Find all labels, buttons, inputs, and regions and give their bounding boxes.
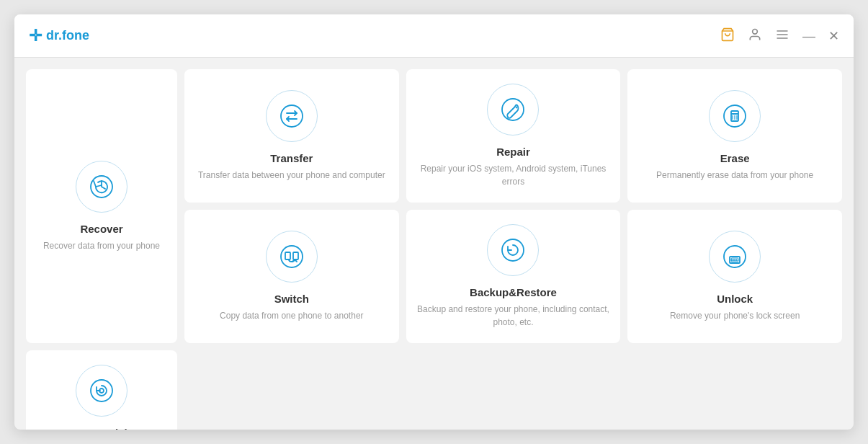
titlebar-actions: — ✕: [720, 27, 839, 44]
card-erase[interactable]: Erase Permanently erase data from your p…: [627, 69, 842, 203]
switch-icon-circle: [266, 231, 318, 283]
card-repair[interactable]: Repair Repair your iOS system, Android s…: [406, 69, 621, 203]
titlebar: ✛ dr.fone: [14, 14, 854, 58]
menu-icon[interactable]: [775, 27, 789, 44]
backup-desc: Backup and restore your phone, including…: [417, 303, 610, 329]
repair-title: Repair: [496, 146, 530, 158]
svg-point-27: [91, 380, 112, 401]
svg-point-6: [281, 105, 303, 127]
erase-title: Erase: [720, 152, 750, 164]
recover-desc: Recover data from your phone: [43, 239, 160, 252]
switch-desc: Copy data from one phone to another: [220, 309, 363, 322]
close-icon[interactable]: ✕: [828, 30, 839, 43]
app-window: ✛ dr.fone: [14, 14, 854, 430]
user-icon[interactable]: [748, 27, 762, 44]
svg-point-19: [502, 239, 524, 261]
card-backup[interactable]: Backup&Restore Backup and restore your p…: [406, 210, 621, 343]
svg-rect-17: [285, 252, 290, 259]
social-icon-circle: [76, 365, 127, 417]
card-recover[interactable]: Recover Recover data from your phone: [26, 69, 177, 343]
recover-icon-circle: [76, 161, 127, 213]
repair-icon-circle: [487, 84, 539, 136]
repair-desc: Repair your iOS system, Android system, …: [417, 162, 610, 188]
card-transfer[interactable]: Transfer Transfer data between your phon…: [184, 69, 399, 203]
unlock-desc: Remove your phone's lock screen: [670, 309, 800, 322]
card-social[interactable]: Restore Social App Backup&Restore your W…: [26, 350, 177, 430]
transfer-icon-circle: [266, 90, 318, 142]
svg-point-16: [281, 246, 303, 267]
erase-icon-circle: [709, 90, 761, 142]
backup-icon-circle: [487, 224, 539, 276]
svg-point-1: [753, 30, 758, 35]
unlock-icon-circle: [709, 231, 761, 283]
recover-title: Recover: [80, 223, 122, 235]
logo-icon: ✛: [29, 27, 42, 45]
erase-desc: Permanently erase data from your phone: [656, 169, 813, 182]
unlock-title: Unlock: [717, 293, 753, 305]
logo-text: dr.fone: [46, 28, 89, 43]
social-title: Restore Social App: [53, 427, 151, 430]
content-grid: Recover Recover data from your phone Tra…: [14, 58, 854, 430]
backup-title: Backup&Restore: [470, 286, 557, 298]
card-switch[interactable]: Switch Copy data from one phone to anoth…: [184, 210, 399, 343]
transfer-desc: Transfer data between your phone and com…: [198, 169, 385, 182]
card-unlock[interactable]: Unlock Remove your phone's lock screen: [627, 210, 842, 343]
transfer-title: Transfer: [270, 152, 313, 164]
logo: ✛ dr.fone: [29, 27, 89, 45]
switch-title: Switch: [274, 293, 309, 305]
cart-icon[interactable]: [720, 27, 735, 44]
svg-rect-18: [293, 252, 298, 259]
minimize-icon[interactable]: —: [802, 30, 815, 43]
svg-point-28: [99, 388, 104, 393]
